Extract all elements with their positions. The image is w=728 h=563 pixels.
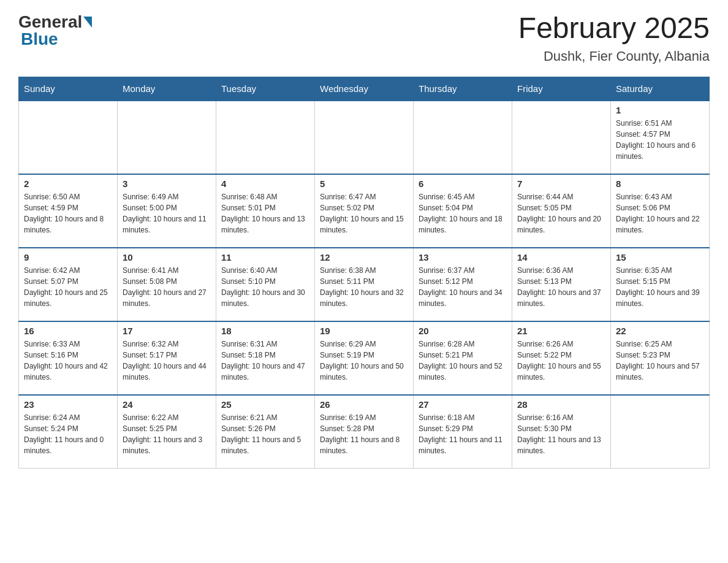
- week-row-4: 16Sunrise: 6:33 AM Sunset: 5:16 PM Dayli…: [19, 321, 710, 395]
- calendar-table: SundayMondayTuesdayWednesdayThursdayFrid…: [18, 77, 710, 469]
- day-number: 18: [221, 326, 309, 336]
- day-info: Sunrise: 6:43 AM Sunset: 5:06 PM Dayligh…: [616, 191, 704, 236]
- day-number: 7: [517, 178, 605, 189]
- weekday-header-saturday: Saturday: [611, 77, 710, 101]
- calendar-cell: 5Sunrise: 6:47 AM Sunset: 5:02 PM Daylig…: [315, 174, 414, 248]
- day-number: 13: [419, 252, 507, 262]
- calendar-cell: 9Sunrise: 6:42 AM Sunset: 5:07 PM Daylig…: [19, 248, 118, 321]
- day-info: Sunrise: 6:41 AM Sunset: 5:08 PM Dayligh…: [123, 265, 211, 309]
- calendar-cell: [118, 101, 216, 174]
- day-number: 15: [616, 252, 704, 262]
- day-info: Sunrise: 6:47 AM Sunset: 5:02 PM Dayligh…: [320, 191, 408, 236]
- calendar-cell: 6Sunrise: 6:45 AM Sunset: 5:04 PM Daylig…: [414, 174, 512, 248]
- day-info: Sunrise: 6:50 AM Sunset: 4:59 PM Dayligh…: [24, 191, 112, 236]
- calendar-cell: 19Sunrise: 6:29 AM Sunset: 5:19 PM Dayli…: [315, 321, 414, 395]
- day-number: 23: [24, 399, 112, 410]
- day-number: 24: [123, 399, 211, 410]
- weekday-header-sunday: Sunday: [19, 77, 118, 101]
- title-block: February 2025 Dushk, Fier County, Albani…: [518, 12, 710, 64]
- calendar-cell: 2Sunrise: 6:50 AM Sunset: 4:59 PM Daylig…: [19, 174, 118, 248]
- day-info: Sunrise: 6:45 AM Sunset: 5:04 PM Dayligh…: [419, 191, 507, 236]
- day-info: Sunrise: 6:28 AM Sunset: 5:21 PM Dayligh…: [419, 339, 507, 383]
- day-number: 5: [320, 178, 408, 189]
- calendar-cell: 7Sunrise: 6:44 AM Sunset: 5:05 PM Daylig…: [512, 174, 611, 248]
- day-number: 10: [123, 252, 211, 262]
- calendar-cell: [216, 101, 315, 174]
- day-number: 22: [616, 326, 704, 336]
- calendar-cell: 15Sunrise: 6:35 AM Sunset: 5:15 PM Dayli…: [611, 248, 710, 321]
- day-info: Sunrise: 6:35 AM Sunset: 5:15 PM Dayligh…: [616, 265, 704, 309]
- calendar-cell: 16Sunrise: 6:33 AM Sunset: 5:16 PM Dayli…: [19, 321, 118, 395]
- calendar-cell: 10Sunrise: 6:41 AM Sunset: 5:08 PM Dayli…: [118, 248, 216, 321]
- day-number: 11: [221, 252, 309, 262]
- day-info: Sunrise: 6:22 AM Sunset: 5:25 PM Dayligh…: [123, 412, 211, 456]
- day-info: Sunrise: 6:26 AM Sunset: 5:22 PM Dayligh…: [517, 339, 605, 383]
- day-info: Sunrise: 6:42 AM Sunset: 5:07 PM Dayligh…: [24, 265, 112, 309]
- day-info: Sunrise: 6:44 AM Sunset: 5:05 PM Dayligh…: [517, 191, 605, 236]
- week-row-2: 2Sunrise: 6:50 AM Sunset: 4:59 PM Daylig…: [19, 174, 710, 248]
- day-number: 20: [419, 326, 507, 336]
- calendar-cell: 20Sunrise: 6:28 AM Sunset: 5:21 PM Dayli…: [414, 321, 512, 395]
- day-info: Sunrise: 6:40 AM Sunset: 5:10 PM Dayligh…: [221, 265, 309, 309]
- day-info: Sunrise: 6:21 AM Sunset: 5:26 PM Dayligh…: [221, 412, 309, 456]
- day-number: 27: [419, 399, 507, 410]
- calendar-cell: 21Sunrise: 6:26 AM Sunset: 5:22 PM Dayli…: [512, 321, 611, 395]
- day-info: Sunrise: 6:29 AM Sunset: 5:19 PM Dayligh…: [320, 339, 408, 383]
- logo-arrow-icon: [83, 17, 92, 28]
- calendar-cell: [315, 101, 414, 174]
- calendar-cell: 22Sunrise: 6:25 AM Sunset: 5:23 PM Dayli…: [611, 321, 710, 395]
- day-number: 17: [123, 326, 211, 336]
- calendar-cell: 4Sunrise: 6:48 AM Sunset: 5:01 PM Daylig…: [216, 174, 315, 248]
- day-number: 16: [24, 326, 112, 336]
- day-info: Sunrise: 6:25 AM Sunset: 5:23 PM Dayligh…: [616, 339, 704, 383]
- month-title: February 2025: [518, 12, 710, 45]
- calendar-cell: [19, 101, 118, 174]
- week-row-5: 23Sunrise: 6:24 AM Sunset: 5:24 PM Dayli…: [19, 395, 710, 469]
- day-info: Sunrise: 6:48 AM Sunset: 5:01 PM Dayligh…: [221, 191, 309, 236]
- page-header: General Blue February 2025 Dushk, Fier C…: [18, 12, 710, 64]
- day-number: 28: [517, 399, 605, 410]
- calendar-cell: 27Sunrise: 6:18 AM Sunset: 5:29 PM Dayli…: [414, 395, 512, 469]
- day-info: Sunrise: 6:49 AM Sunset: 5:00 PM Dayligh…: [123, 191, 211, 236]
- weekday-header-thursday: Thursday: [414, 77, 512, 101]
- calendar-cell: [512, 101, 611, 174]
- calendar-cell: [611, 395, 710, 469]
- day-info: Sunrise: 6:36 AM Sunset: 5:13 PM Dayligh…: [517, 265, 605, 309]
- calendar-cell: 8Sunrise: 6:43 AM Sunset: 5:06 PM Daylig…: [611, 174, 710, 248]
- calendar-cell: 13Sunrise: 6:37 AM Sunset: 5:12 PM Dayli…: [414, 248, 512, 321]
- calendar-cell: 17Sunrise: 6:32 AM Sunset: 5:17 PM Dayli…: [118, 321, 216, 395]
- calendar-cell: 24Sunrise: 6:22 AM Sunset: 5:25 PM Dayli…: [118, 395, 216, 469]
- day-number: 2: [24, 178, 112, 189]
- day-number: 4: [221, 178, 309, 189]
- location-title: Dushk, Fier County, Albania: [518, 48, 710, 64]
- day-info: Sunrise: 6:24 AM Sunset: 5:24 PM Dayligh…: [24, 412, 112, 456]
- day-info: Sunrise: 6:32 AM Sunset: 5:17 PM Dayligh…: [123, 339, 211, 383]
- day-number: 21: [517, 326, 605, 336]
- calendar-cell: 23Sunrise: 6:24 AM Sunset: 5:24 PM Dayli…: [19, 395, 118, 469]
- day-number: 26: [320, 399, 408, 410]
- week-row-1: 1Sunrise: 6:51 AM Sunset: 4:57 PM Daylig…: [19, 101, 710, 174]
- logo-blue-text: Blue: [21, 29, 58, 48]
- day-number: 19: [320, 326, 408, 336]
- calendar-cell: 11Sunrise: 6:40 AM Sunset: 5:10 PM Dayli…: [216, 248, 315, 321]
- calendar-cell: 28Sunrise: 6:16 AM Sunset: 5:30 PM Dayli…: [512, 395, 611, 469]
- week-row-3: 9Sunrise: 6:42 AM Sunset: 5:07 PM Daylig…: [19, 248, 710, 321]
- weekday-header-row: SundayMondayTuesdayWednesdayThursdayFrid…: [19, 77, 710, 101]
- weekday-header-friday: Friday: [512, 77, 611, 101]
- day-number: 1: [616, 105, 704, 115]
- day-number: 8: [616, 178, 704, 189]
- day-info: Sunrise: 6:37 AM Sunset: 5:12 PM Dayligh…: [419, 265, 507, 309]
- day-info: Sunrise: 6:51 AM Sunset: 4:57 PM Dayligh…: [616, 118, 704, 162]
- day-number: 6: [419, 178, 507, 189]
- day-info: Sunrise: 6:16 AM Sunset: 5:30 PM Dayligh…: [517, 412, 605, 456]
- day-number: 3: [123, 178, 211, 189]
- weekday-header-tuesday: Tuesday: [216, 77, 315, 101]
- calendar-cell: 26Sunrise: 6:19 AM Sunset: 5:28 PM Dayli…: [315, 395, 414, 469]
- day-info: Sunrise: 6:31 AM Sunset: 5:18 PM Dayligh…: [221, 339, 309, 383]
- weekday-header-wednesday: Wednesday: [315, 77, 414, 101]
- calendar-cell: 1Sunrise: 6:51 AM Sunset: 4:57 PM Daylig…: [611, 101, 710, 174]
- calendar-cell: 25Sunrise: 6:21 AM Sunset: 5:26 PM Dayli…: [216, 395, 315, 469]
- day-number: 14: [517, 252, 605, 262]
- day-number: 9: [24, 252, 112, 262]
- day-info: Sunrise: 6:19 AM Sunset: 5:28 PM Dayligh…: [320, 412, 408, 456]
